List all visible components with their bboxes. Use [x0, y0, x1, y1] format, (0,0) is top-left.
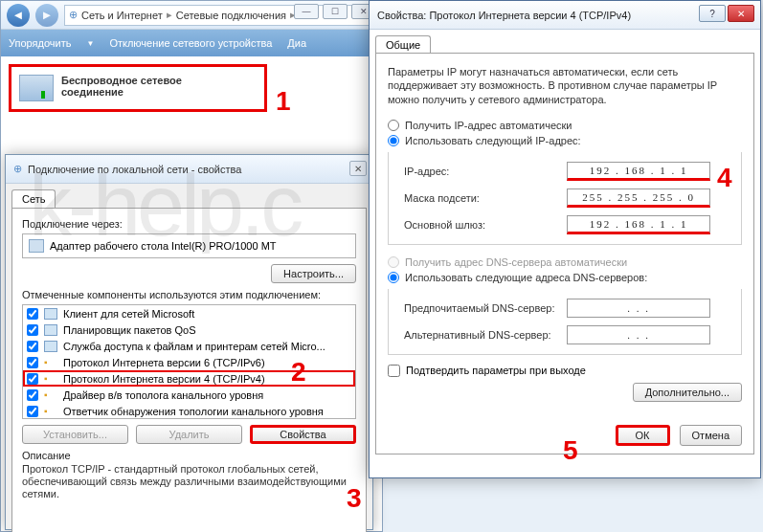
- component-list[interactable]: Клиент для сетей Microsoft Планировщик п…: [22, 304, 356, 419]
- checkbox[interactable]: [27, 406, 38, 417]
- tab-general[interactable]: Общие: [375, 35, 431, 54]
- ip-address-row: IP-адрес: 192 . 168 . 1 . 1: [404, 162, 731, 181]
- breadcrumb-part[interactable]: Сеть и Интернет: [81, 10, 163, 21]
- tab-panel: Параметры IP могут назначаться автоматич…: [375, 53, 754, 454]
- component-label: Клиент для сетей Microsoft: [63, 308, 194, 320]
- list-item[interactable]: Клиент для сетей Microsoft: [23, 305, 355, 321]
- minimize-button[interactable]: —: [294, 4, 319, 19]
- component-label: Ответчик обнаружения топологии канальног…: [63, 406, 324, 417]
- checkbox[interactable]: [27, 308, 38, 320]
- list-item[interactable]: ▪Ответчик обнаружения топологии канально…: [23, 403, 355, 419]
- subnet-mask-row: Маска подсети: 255 . 255 . 255 . 0: [404, 188, 731, 208]
- radio: [388, 256, 399, 268]
- radio-label: Использовать следующие адреса DNS-сервер…: [405, 272, 647, 283]
- description-text: Протокол TCP/IP - стандартный протокол г…: [22, 463, 356, 501]
- radio-manual-ip[interactable]: Использовать следующий IP-адрес:: [388, 133, 742, 148]
- radio[interactable]: [388, 272, 399, 283]
- toolbar-diagnose[interactable]: Диа: [287, 37, 306, 49]
- component-label: Планировщик пакетов QoS: [63, 324, 196, 336]
- list-item[interactable]: Планировщик пакетов QoS: [23, 321, 355, 338]
- dialog-title: Свойства: Протокол Интернета версии 4 (T…: [377, 10, 631, 21]
- description-box: Описание Протокол TCP/IP - стандартный п…: [22, 450, 356, 501]
- chevron-right-icon: ▸: [167, 9, 172, 21]
- radio-label: Получить IP-адрес автоматически: [405, 120, 572, 131]
- preferred-dns-input[interactable]: . . .: [567, 299, 710, 318]
- alternate-dns-input[interactable]: . . .: [567, 325, 710, 344]
- field-label: IP-адрес:: [404, 166, 567, 177]
- radio-auto-dns: Получить адрес DNS-сервера автоматически: [388, 255, 742, 270]
- checkbox[interactable]: [27, 389, 38, 401]
- advanced-button[interactable]: Дополнительно...: [633, 383, 742, 402]
- component-label: Служба доступа к файлам и принтерам сете…: [63, 341, 325, 352]
- configure-button[interactable]: Настроить...: [271, 264, 356, 283]
- ip-fields-group: IP-адрес: 192 . 168 . 1 . 1 Маска подсет…: [388, 152, 742, 245]
- radio[interactable]: [388, 120, 399, 131]
- text-line: Беспроводное сетевое: [61, 75, 182, 86]
- properties-button[interactable]: Свойства: [250, 425, 356, 444]
- checkbox[interactable]: [27, 324, 38, 336]
- list-item[interactable]: ▪Драйвер в/в тополога канального уровня: [23, 387, 355, 403]
- nav-back-button[interactable]: ◄: [7, 4, 30, 27]
- annotation-step-2: 2: [291, 357, 306, 388]
- radio-manual-dns[interactable]: Использовать следующие адреса DNS-сервер…: [388, 270, 742, 285]
- checkbox[interactable]: [27, 357, 38, 368]
- wireless-adapter-icon: [19, 75, 54, 101]
- gateway-input[interactable]: 192 . 168 . 1 . 1: [567, 215, 710, 234]
- annotation-step-3: 3: [347, 483, 362, 514]
- protocol-icon: ▪: [44, 357, 57, 368]
- nav-fwd-button[interactable]: ►: [35, 4, 58, 27]
- install-button[interactable]: Установить...: [22, 425, 128, 444]
- network-icon: ⊕: [69, 9, 78, 21]
- annotation-step-5: 5: [563, 435, 578, 466]
- close-button[interactable]: ✕: [349, 161, 367, 176]
- field-label: Основной шлюз:: [404, 219, 567, 231]
- ipv4-properties-dialog: Свойства: Протокол Интернета версии 4 (T…: [369, 0, 761, 478]
- text-line: соединение: [61, 86, 182, 98]
- adapter-name: Адаптер рабочего стола Intel(R) PRO/1000…: [50, 240, 277, 252]
- window-controls: — ☐ ✕: [294, 4, 376, 19]
- close-button[interactable]: ✕: [728, 5, 754, 22]
- breadcrumb-part[interactable]: Сетевые подключения: [176, 10, 286, 21]
- adapter-icon: [29, 239, 44, 253]
- dialog-title: Подключение по локальной сети - свойства: [28, 164, 241, 175]
- component-label: Драйвер в/в тополога канального уровня: [63, 389, 263, 401]
- remove-button[interactable]: Удалить: [136, 425, 242, 444]
- subnet-mask-input[interactable]: 255 . 255 . 255 . 0: [567, 188, 710, 208]
- checkbox[interactable]: [27, 373, 38, 385]
- maximize-button[interactable]: ☐: [323, 4, 348, 19]
- confirm-on-exit[interactable]: Подтвердить параметры при выходе: [388, 365, 742, 377]
- gateway-row: Основной шлюз: 192 . 168 . 1 . 1: [404, 215, 731, 234]
- tab-network[interactable]: Сеть: [11, 189, 56, 208]
- component-label: Протокол Интернета версии 6 (TCP/IPv6): [63, 357, 265, 368]
- annotation-step-1: 1: [276, 86, 291, 117]
- protocol-icon: ▪: [44, 373, 57, 385]
- list-item[interactable]: Служба доступа к файлам и принтерам сете…: [23, 338, 355, 354]
- dialog-buttons: ОК Отмена: [616, 425, 742, 446]
- radio-auto-ip[interactable]: Получить IP-адрес автоматически: [388, 118, 742, 133]
- cancel-button[interactable]: Отмена: [680, 425, 742, 446]
- toolbar-disable-device[interactable]: Отключение сетевого устройства: [109, 37, 272, 49]
- tabstrip: Общие: [375, 35, 754, 54]
- driver-icon: ▪: [44, 389, 57, 401]
- field-label: Маска подсети:: [404, 192, 567, 204]
- wireless-connection-item[interactable]: Беспроводное сетевое соединение: [9, 64, 267, 112]
- scheduler-icon: [44, 324, 57, 336]
- field-label: Альтернативный DNS-сервер:: [404, 329, 567, 341]
- checkbox[interactable]: [388, 365, 400, 377]
- ip-address-input[interactable]: 192 . 168 . 1 . 1: [567, 162, 710, 181]
- adapter-field[interactable]: Адаптер рабочего стола Intel(R) PRO/1000…: [22, 233, 356, 258]
- description-heading: Описание: [22, 450, 356, 461]
- radio[interactable]: [388, 135, 399, 146]
- field-label: Предпочитаемый DNS-сервер:: [404, 302, 567, 314]
- checkbox[interactable]: [27, 341, 38, 352]
- lan-properties-dialog: ⊕ Подключение по локальной сети - свойст…: [5, 154, 373, 530]
- toolbar-organize[interactable]: Упорядочить: [9, 37, 71, 49]
- help-button[interactable]: ?: [699, 5, 726, 22]
- radio-label: Использовать следующий IP-адрес:: [405, 135, 581, 146]
- ipv4-titlebar[interactable]: Свойства: Протокол Интернета версии 4 (T…: [370, 1, 760, 30]
- lan-properties-titlebar[interactable]: ⊕ Подключение по локальной сети - свойст…: [6, 155, 372, 184]
- checkbox-label: Подтвердить параметры при выходе: [406, 365, 586, 376]
- connect-via-label: Подключение через:: [22, 218, 356, 230]
- ok-button[interactable]: ОК: [616, 425, 670, 446]
- preferred-dns-row: Предпочитаемый DNS-сервер: . . .: [404, 299, 731, 318]
